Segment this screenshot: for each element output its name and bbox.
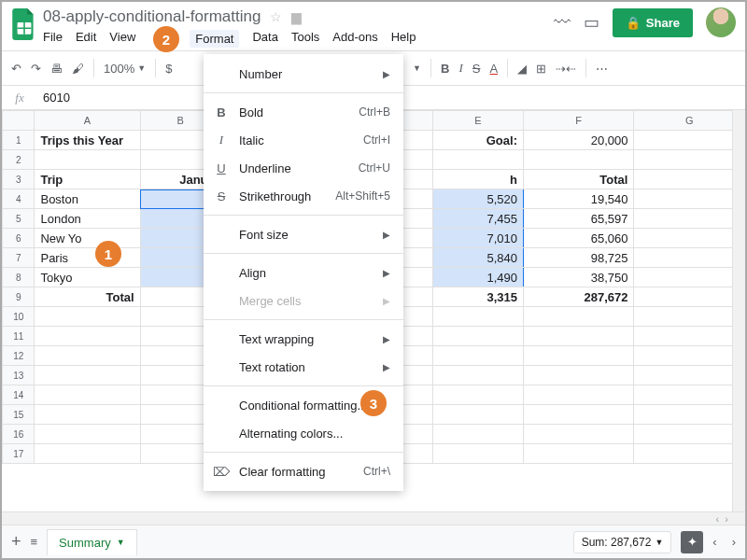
menu-item-bold[interactable]: BBoldCtrl+B bbox=[204, 98, 403, 126]
share-button[interactable]: 🔒 Share bbox=[613, 8, 693, 37]
cell[interactable] bbox=[35, 150, 140, 170]
cell[interactable]: 65,597 bbox=[523, 209, 633, 229]
cell[interactable]: Trip bbox=[35, 170, 140, 189]
cell[interactable] bbox=[35, 425, 140, 444]
cell[interactable] bbox=[634, 307, 745, 327]
cell[interactable]: Tokyo bbox=[35, 268, 140, 287]
menu-item-number[interactable]: Number▶ bbox=[204, 60, 403, 88]
cell[interactable] bbox=[523, 346, 633, 366]
menu-item-font-size[interactable]: Font size▶ bbox=[204, 220, 403, 248]
cell[interactable]: New Yo bbox=[35, 229, 140, 248]
menu-item-text-wrapping[interactable]: Text wrapping▶ bbox=[204, 325, 403, 353]
menu-format[interactable]: Format bbox=[190, 30, 239, 48]
cell[interactable]: 3,315 bbox=[433, 287, 524, 307]
cell[interactable] bbox=[433, 405, 524, 425]
cell[interactable] bbox=[35, 405, 140, 425]
bold-icon[interactable]: B bbox=[441, 62, 449, 76]
add-sheet-icon[interactable]: + bbox=[11, 532, 21, 552]
cell[interactable] bbox=[523, 307, 633, 327]
row-header[interactable]: 5 bbox=[3, 209, 35, 229]
explore-icon[interactable]: ✦ bbox=[681, 531, 703, 553]
cell[interactable] bbox=[634, 229, 745, 248]
menu-item-underline[interactable]: UUnderlineCtrl+U bbox=[204, 154, 403, 182]
row-header[interactable]: 7 bbox=[3, 248, 35, 268]
cell[interactable] bbox=[433, 444, 524, 464]
cell[interactable] bbox=[634, 425, 745, 444]
cell[interactable] bbox=[433, 425, 524, 444]
cell[interactable]: 287,672 bbox=[523, 287, 633, 307]
trend-icon[interactable]: 〰 bbox=[554, 13, 571, 33]
cell[interactable] bbox=[634, 405, 745, 425]
cell[interactable] bbox=[35, 346, 140, 366]
cell[interactable] bbox=[523, 366, 633, 385]
redo-icon[interactable]: ↷ bbox=[31, 62, 41, 76]
folder-icon[interactable]: ▆ bbox=[291, 9, 302, 24]
sheets-logo[interactable] bbox=[11, 7, 37, 41]
cell[interactable]: Total bbox=[35, 287, 140, 307]
cell[interactable] bbox=[634, 385, 745, 405]
sheet-tab-summary[interactable]: Summary▼ bbox=[47, 529, 137, 555]
cell[interactable]: Goal: bbox=[433, 131, 524, 150]
cell[interactable] bbox=[523, 327, 633, 346]
print-icon[interactable]: 🖶 bbox=[50, 62, 63, 76]
avatar[interactable] bbox=[706, 7, 736, 37]
col-G[interactable]: G bbox=[634, 111, 745, 131]
cell[interactable]: h bbox=[433, 170, 524, 189]
cell[interactable]: 1,490 bbox=[433, 268, 524, 287]
menu-data[interactable]: Data bbox=[252, 30, 277, 48]
menu-item-text-rotation[interactable]: Text rotation▶ bbox=[204, 353, 403, 381]
undo-icon[interactable]: ↶ bbox=[11, 62, 21, 76]
cell[interactable]: 38,750 bbox=[523, 268, 633, 287]
cell[interactable] bbox=[634, 444, 745, 464]
row-header[interactable]: 12 bbox=[3, 346, 35, 366]
cell[interactable] bbox=[35, 385, 140, 405]
cell[interactable]: 65,060 bbox=[523, 229, 633, 248]
cell[interactable] bbox=[35, 307, 140, 327]
cell[interactable] bbox=[634, 346, 745, 366]
cell[interactable]: London bbox=[35, 209, 140, 229]
cell[interactable] bbox=[634, 248, 745, 268]
cell[interactable] bbox=[433, 327, 524, 346]
borders-icon[interactable]: ⊞ bbox=[536, 62, 546, 76]
menu-item-strikethrough[interactable]: SStrikethroughAlt+Shift+5 bbox=[204, 182, 403, 210]
menu-item-align[interactable]: Align▶ bbox=[204, 259, 403, 287]
paint-icon[interactable]: 🖌 bbox=[72, 62, 84, 76]
cell[interactable]: 5,520 bbox=[433, 189, 524, 209]
col-E[interactable]: E bbox=[433, 111, 524, 131]
cell[interactable]: 20,000 bbox=[523, 131, 633, 150]
cell[interactable] bbox=[35, 444, 140, 464]
cell[interactable] bbox=[523, 444, 633, 464]
menu-item-clear-formatting[interactable]: ⌦Clear formattingCtrl+\ bbox=[204, 457, 403, 485]
doc-title[interactable]: 08-apply-conditional-formatting bbox=[43, 7, 261, 26]
row-header[interactable]: 13 bbox=[3, 366, 35, 385]
cell[interactable]: Total bbox=[523, 170, 633, 189]
horizontal-scrollbar[interactable]: ‹ › bbox=[2, 511, 745, 525]
cell[interactable]: 19,540 bbox=[523, 189, 633, 209]
row-header[interactable]: 17 bbox=[3, 444, 35, 464]
menu-edit[interactable]: Edit bbox=[76, 30, 96, 48]
cell[interactable] bbox=[523, 425, 633, 444]
row-header[interactable]: 11 bbox=[3, 327, 35, 346]
cell[interactable] bbox=[433, 307, 524, 327]
menu-tools[interactable]: Tools bbox=[291, 30, 319, 48]
row-header[interactable]: 4 bbox=[3, 189, 35, 209]
menu-view[interactable]: View bbox=[109, 30, 135, 48]
cell[interactable] bbox=[35, 366, 140, 385]
italic-icon[interactable]: I bbox=[458, 61, 462, 76]
cell[interactable] bbox=[634, 170, 745, 189]
chevron-left-icon[interactable]: ‹ bbox=[716, 513, 720, 525]
menu-file[interactable]: File bbox=[43, 30, 63, 48]
chevron-right-icon[interactable]: › bbox=[725, 513, 728, 525]
star-icon[interactable]: ☆ bbox=[270, 9, 282, 24]
col-A[interactable]: A bbox=[35, 111, 140, 131]
cell[interactable] bbox=[634, 150, 745, 170]
cell[interactable] bbox=[433, 366, 524, 385]
row-header[interactable]: 16 bbox=[3, 425, 35, 444]
menu-item-alternating-colors[interactable]: Alternating colors... bbox=[204, 419, 403, 447]
cell[interactable] bbox=[634, 268, 745, 287]
cell[interactable]: Trips this Year bbox=[35, 131, 140, 150]
merge-icon[interactable]: ⇢⇠ bbox=[556, 62, 576, 76]
menu-help[interactable]: Help bbox=[391, 30, 416, 48]
cell[interactable]: 5,840 bbox=[433, 248, 524, 268]
row-header[interactable]: 8 bbox=[3, 268, 35, 287]
